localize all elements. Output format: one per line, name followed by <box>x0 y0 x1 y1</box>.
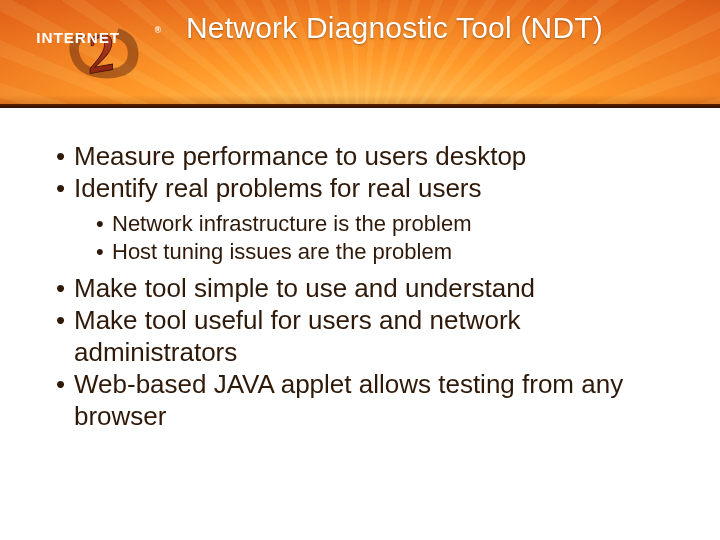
bullet-list: Measure performance to users desktop Ide… <box>56 140 680 204</box>
slide: 2 INTERNET ® Network Diagnostic Tool (ND… <box>0 0 720 540</box>
bullet-list: Make tool simple to use and understand M… <box>56 272 680 432</box>
slide-title: Network Diagnostic Tool (NDT) <box>186 10 690 46</box>
logo-text: INTERNET <box>36 29 120 46</box>
bullet-sublist: Network infrastructure is the problem Ho… <box>96 210 680 266</box>
bullet-subitem: Network infrastructure is the problem <box>96 210 680 238</box>
title-banner: 2 INTERNET ® Network Diagnostic Tool (ND… <box>0 0 720 108</box>
logo-registered-icon: ® <box>155 25 162 35</box>
slide-body: Measure performance to users desktop Ide… <box>56 140 680 432</box>
svg-text:2: 2 <box>81 21 120 86</box>
bullet-item: Measure performance to users desktop <box>56 140 680 172</box>
bullet-subitem: Host tuning issues are the problem <box>96 238 680 266</box>
bullet-item: Make tool useful for users and network a… <box>56 304 680 368</box>
bullet-item: Make tool simple to use and understand <box>56 272 680 304</box>
bullet-item: Web-based JAVA applet allows testing fro… <box>56 368 680 432</box>
bullet-item: Identify real problems for real users <box>56 172 680 204</box>
internet2-logo: 2 INTERNET ® <box>34 12 164 90</box>
